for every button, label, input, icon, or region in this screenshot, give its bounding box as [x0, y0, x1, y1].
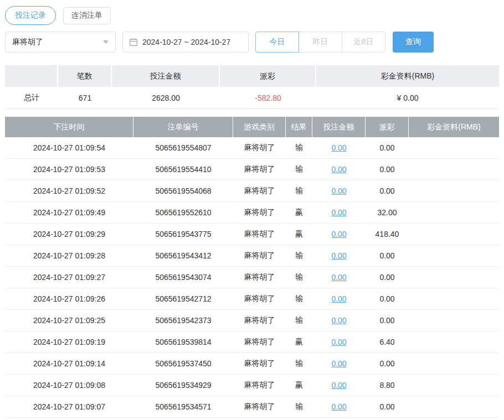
tabs-row: 投注记录 连消注单 — [5, 6, 499, 25]
bet-amount-cell: 0.00 — [312, 375, 366, 396]
order-id-cell: 5065619534184 — [133, 418, 233, 420]
bet-time-cell: 2024-10-27 01:09:07 — [5, 396, 133, 417]
result-cell: 输 — [286, 396, 312, 417]
game-type-cell: 麻将胡了 — [233, 224, 286, 245]
game-type-cell: 麻将胡了 — [233, 202, 286, 223]
bet-amount-cell: 0.00 — [312, 418, 366, 420]
summary-count-value: 671 — [58, 87, 112, 108]
bet-amount-link[interactable]: 0.00 — [331, 402, 346, 411]
table-row: 2024-10-27 01:09:26 5065619542712 麻将胡了 输… — [5, 288, 499, 310]
bet-amount-link[interactable]: 0.00 — [331, 338, 346, 346]
bet-amount-link[interactable]: 0.00 — [331, 165, 346, 174]
table-row: 2024-10-27 01:09:53 5065619554410 麻将胡了 输… — [5, 159, 499, 180]
game-type-cell: 麻将胡了 — [233, 267, 286, 288]
bonus-cell — [409, 159, 499, 180]
yesterday-button[interactable]: 昨日 — [299, 32, 342, 53]
bet-time-cell: 2024-10-27 01:09:27 — [5, 267, 133, 288]
payout-cell: 6.40 — [366, 331, 409, 352]
bet-amount-cell: 0.00 — [312, 180, 366, 201]
payout-cell: 0.00 — [366, 245, 409, 266]
order-id-cell: 5065619543775 — [133, 224, 233, 245]
tab-cancel-orders[interactable]: 连消注单 — [63, 7, 111, 24]
bet-amount-link[interactable]: 0.00 — [331, 186, 346, 195]
bet-amount-link[interactable]: 0.00 — [331, 273, 346, 282]
bet-time-cell: 2024-10-27 01:09:08 — [5, 375, 133, 396]
bet-amount-link[interactable]: 0.00 — [331, 230, 346, 238]
order-id-cell: 5065619542373 — [133, 310, 233, 331]
game-type-cell: 麻将胡了 — [233, 180, 286, 201]
result-cell: 输 — [286, 137, 312, 158]
summary-payout-value: -582.80 — [220, 87, 316, 108]
payout-cell: 0.00 — [366, 396, 409, 417]
result-cell: 输 — [286, 418, 312, 420]
bet-time-cell: 2024-10-27 01:09:25 — [5, 310, 133, 331]
bet-amount-link[interactable]: 0.00 — [331, 316, 346, 325]
filter-row: 麻将胡了 2024-10-27 ~ 2024-10-27 今日 昨日 近8日 查… — [5, 32, 499, 53]
order-id-cell: 5065619543412 — [133, 245, 233, 266]
order-id-cell: 5065619539814 — [133, 331, 233, 352]
date-range-input[interactable]: 2024-10-27 ~ 2024-10-27 — [122, 32, 249, 53]
order-id-cell: 5065619534571 — [133, 396, 233, 417]
order-id-cell: 5065619554068 — [133, 180, 233, 201]
bet-amount-link[interactable]: 0.00 — [331, 294, 346, 303]
bet-amount-cell: 0.00 — [312, 310, 366, 331]
bet-time-cell: 2024-10-27 01:09:52 — [5, 180, 133, 201]
bet-time-cell: 2024-10-27 01:09:54 — [5, 137, 133, 158]
game-select[interactable]: 麻将胡了 — [5, 32, 116, 53]
tab-bet-records[interactable]: 投注记录 — [5, 6, 56, 25]
payout-cell: 0.00 — [366, 180, 409, 201]
header-payout: 派彩 — [366, 117, 409, 137]
search-button[interactable]: 查询 — [393, 32, 434, 53]
payout-cell: 0.00 — [366, 159, 409, 180]
bonus-cell — [409, 375, 499, 396]
bet-amount-cell: 0.00 — [312, 331, 366, 352]
bet-amount-link[interactable]: 0.00 — [331, 381, 346, 390]
game-type-cell: 麻将胡了 — [233, 353, 286, 374]
table-row: 2024-10-27 01:09:54 5065619554807 麻将胡了 输… — [5, 137, 499, 159]
today-button[interactable]: 今日 — [255, 32, 299, 53]
chevron-down-icon — [103, 40, 109, 44]
bonus-cell — [409, 224, 499, 245]
table-row: 2024-10-27 01:09:07 5065619534571 麻将胡了 输… — [5, 396, 499, 418]
header-bonus: 彩金资料(RMB) — [409, 117, 499, 137]
result-cell: 赢 — [286, 224, 312, 245]
bet-time-cell: 2024-10-27 01:09:28 — [5, 245, 133, 266]
order-id-cell: 5065619554807 — [133, 137, 233, 158]
bet-amount-cell: 0.00 — [312, 202, 366, 223]
header-bet-time: 下注时间 — [5, 117, 133, 137]
bet-amount-link[interactable]: 0.00 — [331, 143, 346, 152]
order-id-cell: 5065619543074 — [133, 267, 233, 288]
calendar-icon — [129, 38, 138, 46]
payout-cell: 0.00 — [366, 267, 409, 288]
bet-time-cell: 2024-10-27 01:09:29 — [5, 224, 133, 245]
table-row: 2024-10-27 01:09:49 5065619552610 麻将胡了 赢… — [5, 202, 499, 224]
order-id-cell: 5065619554410 — [133, 159, 233, 180]
summary-header-count: 笔数 — [58, 65, 112, 87]
bet-amount-cell: 0.00 — [312, 159, 366, 180]
betting-records-page: 投注记录 连消注单 麻将胡了 2024-10-27 ~ 2024-10-27 今… — [0, 0, 504, 420]
bet-time-cell: 2024-10-27 01:09:14 — [5, 353, 133, 374]
game-type-cell: 麻将胡了 — [233, 396, 286, 417]
game-type-cell: 麻将胡了 — [233, 288, 286, 309]
bonus-cell — [409, 353, 499, 374]
bet-amount-link[interactable]: 0.00 — [331, 359, 346, 368]
last8days-button[interactable]: 近8日 — [342, 32, 385, 53]
bet-amount-link[interactable]: 0.00 — [331, 251, 346, 260]
header-bet-amount: 投注金额 — [312, 117, 366, 137]
payout-cell: 0.00 — [366, 353, 409, 374]
summary-table: 笔数 投注金额 派彩 彩金资料(RMB) 总计 671 2628.00 -582… — [5, 65, 499, 109]
bet-time-cell: 2024-10-27 01:09:06 — [5, 418, 133, 420]
table-row: 2024-10-27 01:09:25 5065619542373 麻将胡了 输… — [5, 310, 499, 331]
bet-amount-cell: 0.00 — [312, 288, 366, 309]
bet-amount-link[interactable]: 0.00 — [331, 208, 346, 217]
result-cell: 输 — [286, 288, 312, 309]
table-row: 2024-10-27 01:09:52 5065619554068 麻将胡了 输… — [5, 180, 499, 202]
game-type-cell: 麻将胡了 — [233, 310, 286, 331]
bet-time-cell: 2024-10-27 01:09:19 — [5, 331, 133, 352]
summary-header-bonus: 彩金资料(RMB) — [316, 65, 499, 87]
records-header-row: 下注时间 注单编号 游戏类别 结果 投注金额 派彩 彩金资料(RMB) — [5, 117, 499, 137]
date-range-value: 2024-10-27 ~ 2024-10-27 — [142, 38, 230, 46]
order-id-cell: 5065619534929 — [133, 375, 233, 396]
summary-bet-amount-value: 2628.00 — [112, 87, 220, 108]
bonus-cell — [409, 310, 499, 331]
